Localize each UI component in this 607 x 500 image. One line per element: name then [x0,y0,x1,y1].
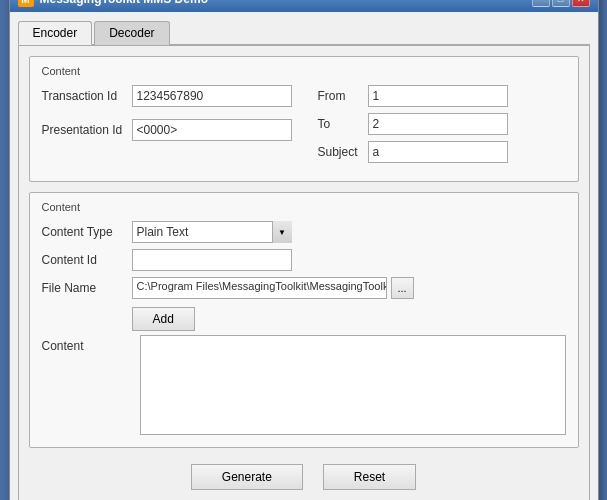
content-type-row: Content Type Plain Text HTML Binary ▼ [42,221,566,243]
title-controls: – □ ✕ [532,0,590,7]
right-form: From To Subject [318,85,508,169]
presentation-id-row: Presentation Id [42,119,292,141]
from-label: From [318,89,368,103]
title-bar-left: M MessagingToolkit MMS Demo [18,0,208,7]
from-row: From [318,85,508,107]
window-title: MessagingToolkit MMS Demo [40,0,208,6]
left-form: Transaction Id Presentation Id [42,85,292,169]
transaction-id-label: Transaction Id [42,89,132,103]
file-name-label: File Name [42,281,132,295]
bottom-buttons: Generate Reset [29,458,579,496]
browse-button[interactable]: ... [391,277,414,299]
file-name-display: C:\Program Files\MessagingToolkit\Messag… [132,277,387,299]
to-label: To [318,117,368,131]
tab-encoder[interactable]: Encoder [18,21,93,45]
presentation-id-input[interactable] [132,119,292,141]
content-id-input[interactable] [132,249,292,271]
main-window: M MessagingToolkit MMS Demo – □ ✕ Encode… [9,0,599,500]
to-row: To [318,113,508,135]
content-id-label: Content Id [42,253,132,267]
reset-button[interactable]: Reset [323,464,416,490]
top-section-label: Content [42,65,566,77]
content-textarea[interactable] [140,335,566,435]
add-button[interactable]: Add [132,307,195,331]
maximize-button[interactable]: □ [552,0,570,7]
add-row: Add [42,305,566,331]
subject-row: Subject [318,141,508,163]
file-row: C:\Program Files\MessagingToolkit\Messag… [132,277,414,299]
close-button[interactable]: ✕ [572,0,590,7]
tab-bar: Encoder Decoder [18,20,590,45]
panel: Content Transaction Id Presentation Id [18,45,590,500]
transaction-id-row: Transaction Id [42,85,292,107]
window-content: Encoder Decoder Content Transaction Id P… [10,12,598,500]
content-label: Content [42,335,132,353]
bottom-section-label: Content [42,201,566,213]
subject-input[interactable] [368,141,508,163]
subject-label: Subject [318,145,368,159]
title-bar: M MessagingToolkit MMS Demo – □ ✕ [10,0,598,12]
bottom-section: Content Content Type Plain Text HTML Bin… [29,192,579,448]
top-section: Content Transaction Id Presentation Id [29,56,579,182]
tab-decoder[interactable]: Decoder [94,21,169,45]
from-input[interactable] [368,85,508,107]
top-form: Transaction Id Presentation Id From [42,85,566,169]
presentation-id-label: Presentation Id [42,123,132,137]
minimize-button[interactable]: – [532,0,550,7]
content-type-label: Content Type [42,225,132,239]
generate-button[interactable]: Generate [191,464,303,490]
content-type-wrapper: Plain Text HTML Binary ▼ [132,221,292,243]
file-name-row: File Name C:\Program Files\MessagingTool… [42,277,566,299]
to-input[interactable] [368,113,508,135]
transaction-id-input[interactable] [132,85,292,107]
content-area-row: Content [42,335,566,435]
app-icon: M [18,0,34,7]
content-id-row: Content Id [42,249,566,271]
content-type-select[interactable]: Plain Text HTML Binary [132,221,292,243]
